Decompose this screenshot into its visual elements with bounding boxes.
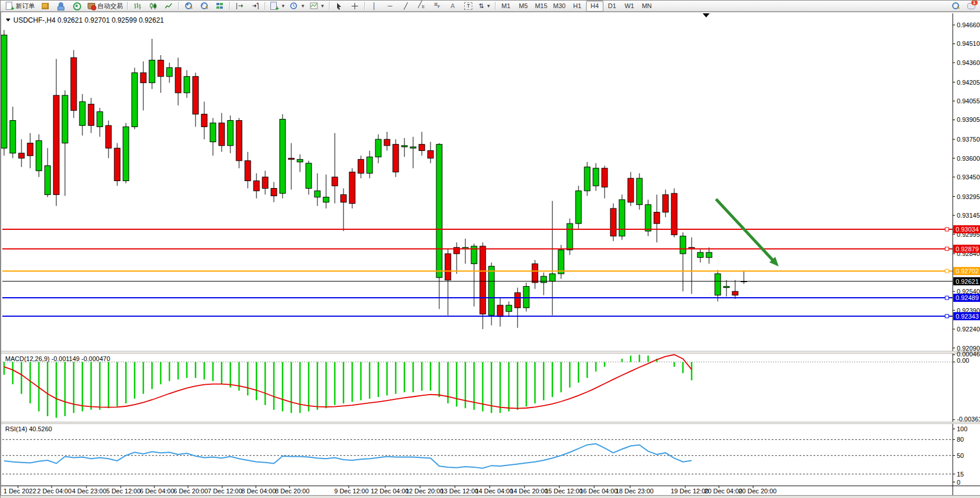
market-watch-button[interactable]	[53, 1, 68, 12]
tab-m1[interactable]: M1	[497, 1, 515, 12]
vertical-line-button[interactable]: │	[367, 1, 382, 12]
text-button[interactable]: A	[445, 1, 461, 12]
tab-h4[interactable]: H4	[586, 1, 603, 12]
equidistant-channel-icon: ╱E	[416, 0, 427, 11]
time-tick-label: 19 Dec 12:00	[671, 488, 708, 495]
price-line-tag-label: 0.92489	[956, 294, 979, 301]
market-watch-icon	[56, 2, 66, 10]
time-tick-label: 2 Dec 04:00	[37, 488, 71, 495]
tab-m30[interactable]: M30	[550, 1, 568, 12]
horizontal-line-button[interactable]: ─	[382, 1, 398, 12]
arrows-icon: ⇅	[479, 2, 484, 10]
cube-button[interactable]	[37, 1, 53, 12]
bar-chart-icon	[133, 2, 142, 10]
toolbar-separator	[329, 2, 330, 10]
text-icon: A	[447, 2, 458, 10]
time-tick-label: 13 Dec 12:00	[440, 488, 478, 495]
time-tick-label: 6 Dec 04:00	[140, 488, 174, 495]
text-label-button[interactable]: T	[461, 1, 476, 12]
time-tick-label: 6 Dec 20:00	[173, 488, 208, 495]
notifications-button[interactable]: 1	[963, 1, 979, 12]
new-chart-button[interactable]: +▼	[267, 1, 288, 12]
zoom-out-button[interactable]: -	[196, 1, 212, 12]
tile-windows-button[interactable]	[212, 1, 227, 12]
toolbar-separator	[229, 2, 230, 10]
mt4-window: + 新订单 自动交易 + - +▼	[0, 0, 980, 498]
time-tick-label: 7 Dec 12:00	[208, 488, 242, 495]
hline-handle[interactable]	[945, 269, 949, 273]
profiles-icon	[290, 2, 298, 10]
time-tick-label: 14 Dec 04:00	[475, 488, 513, 495]
toolbar-separator	[495, 2, 496, 10]
price-tick-label: 0.93295	[957, 193, 980, 200]
time-tick-label: 12 Dec 20:00	[406, 488, 443, 495]
tab-m5[interactable]: M5	[515, 1, 532, 12]
chart-shift-button[interactable]	[232, 1, 247, 12]
search-button[interactable]	[948, 1, 963, 12]
cursor-button[interactable]	[331, 1, 347, 12]
toolbar-separator	[178, 2, 179, 10]
price-tick-label: 0.93905	[957, 116, 980, 123]
fibonacci-button[interactable]: ≡F	[429, 1, 445, 12]
chart-canvas[interactable]: USDCHF-,H4 0.92621 0.92701 0.92599 0.926…	[1, 12, 980, 498]
notification-badge: 1	[971, 0, 978, 5]
price-tick-label: 0.93450	[957, 174, 980, 181]
macd-tick-label: -0.003618	[957, 416, 980, 423]
tile-windows-icon	[215, 2, 225, 10]
chart-shift-icon	[236, 2, 244, 10]
tab-w1[interactable]: W1	[621, 1, 638, 12]
toolbar-separator	[265, 2, 265, 10]
zoom-in-button[interactable]: +	[180, 1, 196, 12]
price-tick-label: 0.93750	[957, 136, 980, 143]
tab-h1[interactable]: H1	[569, 1, 586, 12]
tab-d1[interactable]: D1	[603, 1, 621, 12]
time-tick-label: 1 Dec 2022	[3, 488, 36, 495]
line-chart-button[interactable]	[161, 1, 176, 12]
horizontal-line-icon: ─	[385, 2, 396, 10]
rsi-tick-label: 80	[957, 436, 964, 443]
rsi-tick-label: 100	[957, 425, 967, 432]
auto-scroll-icon	[251, 2, 259, 10]
time-tick-label: 12 Dec 04:00	[371, 488, 408, 495]
arrows-button[interactable]: ⇅▼	[476, 1, 493, 12]
cube-icon	[41, 2, 50, 10]
price-tick-label: 0.94055	[957, 98, 980, 104]
tab-mn[interactable]: MN	[638, 1, 656, 12]
profiles-button[interactable]: ▼	[288, 1, 308, 12]
time-tick-label: 15 Dec 12:00	[545, 488, 583, 495]
auto-scroll-button[interactable]	[247, 1, 263, 12]
autotrading-icon	[86, 2, 96, 10]
new-order-label: 新订单	[16, 2, 35, 10]
hline-handle[interactable]	[945, 228, 949, 231]
navigator-icon	[72, 2, 81, 10]
rsi-tick-label: 50	[957, 452, 964, 459]
price-line-tag-label: 0.92879	[956, 246, 979, 252]
hline-handle[interactable]	[945, 315, 949, 318]
crosshair-button[interactable]	[347, 1, 363, 12]
panel-splitter	[1, 351, 980, 353]
price-tick-label: 0.94510	[957, 40, 980, 47]
time-tick-label: 14 Dec 20:00	[510, 488, 548, 495]
candlestick-chart-button[interactable]	[145, 1, 161, 12]
crosshair-icon	[351, 2, 359, 10]
tab-m15[interactable]: M15	[532, 1, 550, 12]
vertical-line-icon: │	[369, 2, 380, 10]
trendline-button[interactable]: ╱	[398, 1, 414, 12]
zoom-out-icon: -	[200, 2, 209, 10]
rsi-label: RSI(14) 40.5260	[5, 425, 52, 432]
price-line-tag-label: 0.92702	[956, 268, 979, 275]
price-tick-label: 0.94205	[957, 79, 980, 86]
navigator-button[interactable]	[68, 1, 84, 12]
equidistant-channel-button[interactable]: ╱E	[414, 1, 429, 12]
hline-handle[interactable]	[945, 296, 949, 299]
templates-button[interactable]: ▼	[308, 1, 327, 12]
bar-chart-button[interactable]	[129, 1, 145, 12]
text-label-icon: T	[464, 2, 472, 10]
autotrading-button[interactable]: 自动交易	[84, 1, 125, 12]
new-order-button[interactable]: + 新订单	[2, 1, 37, 12]
macd-label: MACD(12,26,9) -0.001149 -0.000470	[5, 355, 110, 362]
cursor-icon	[335, 2, 342, 10]
time-tick-label: 20 Dec 20:00	[739, 488, 776, 495]
hline-handle[interactable]	[945, 247, 949, 251]
panel-splitter	[1, 422, 980, 424]
